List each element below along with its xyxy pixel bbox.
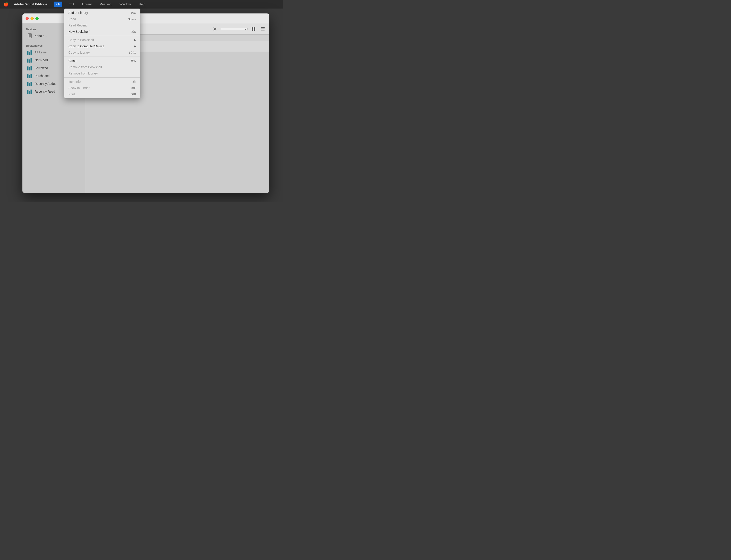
file-dropdown-menu[interactable]: Add to Library ⌘O Read Space Read Recent… — [64, 9, 140, 98]
menubar: 🍎 Adobe Digital Editions File Edit Libra… — [0, 0, 283, 9]
copy-to-bookshelf-arrow: ▶ — [134, 39, 136, 42]
maximize-button[interactable] — [35, 17, 39, 20]
menu-section-1: Add to Library ⌘O Read Space Read Recent… — [64, 9, 140, 36]
list-view-button[interactable] — [259, 25, 267, 33]
read-label: Read — [68, 17, 76, 21]
svg-rect-9 — [261, 28, 265, 29]
menu-add-to-library[interactable]: Add to Library ⌘O — [64, 10, 140, 16]
menu-edit[interactable]: Edit — [67, 2, 76, 7]
apple-menu[interactable]: 🍎 — [4, 2, 9, 7]
menu-close[interactable]: Close ⌘W — [64, 58, 140, 64]
menu-section-2: Copy to Bookshelf ▶ Copy to Computer/Dev… — [64, 36, 140, 57]
menu-library[interactable]: Library — [80, 2, 94, 7]
settings-gear-button[interactable] — [211, 25, 219, 33]
svg-rect-6 — [252, 29, 253, 31]
app-name: Adobe Digital Editions — [14, 2, 47, 6]
sidebar-item-kobo-label: Kobo e... — [35, 34, 47, 38]
device-icon — [27, 33, 32, 38]
menu-window[interactable]: Window — [118, 2, 133, 7]
new-bookshelf-shortcut: ⌘N — [131, 30, 136, 33]
book-stack-icon-borrowed — [27, 66, 32, 70]
sidebar-item-purchased-label: Purchased — [35, 74, 50, 78]
read-shortcut: Space — [128, 18, 136, 21]
item-info-label: Item Info — [68, 80, 81, 83]
copy-to-computer-label: Copy to Computer/Device — [68, 44, 104, 48]
close-label: Close — [68, 59, 77, 63]
close-button[interactable] — [26, 17, 29, 20]
minimize-button[interactable] — [31, 17, 34, 20]
menu-copy-to-bookshelf[interactable]: Copy to Bookshelf ▶ — [64, 37, 140, 43]
book-stack-icon-all — [27, 50, 32, 55]
app-window: Devices Kobo e... Bookshelves — [22, 13, 269, 193]
svg-rect-10 — [261, 30, 265, 31]
menu-section-3: Close ⌘W Remove from Bookshelf Remove fr… — [64, 57, 140, 78]
sidebar-item-recently-added-label: Recently Added — [35, 82, 57, 85]
copy-to-library-label: Copy to Library — [68, 51, 90, 54]
menu-item-info[interactable]: Item Info ⌘I — [64, 79, 140, 85]
sort-dropdown[interactable]: ▾ — [221, 28, 248, 30]
remove-from-library-label: Remove from Library — [68, 72, 98, 75]
show-in-finder-label: Show In Finder — [68, 86, 90, 90]
svg-rect-8 — [261, 27, 265, 28]
svg-point-2 — [30, 37, 30, 38]
menu-copy-to-library[interactable]: Copy to Library ⇧⌘O — [64, 49, 140, 56]
svg-rect-4 — [252, 27, 253, 29]
remove-from-bookshelf-label: Remove from Bookshelf — [68, 65, 102, 69]
copy-to-bookshelf-label: Copy to Bookshelf — [68, 38, 94, 42]
svg-rect-7 — [254, 29, 255, 31]
svg-rect-5 — [254, 27, 255, 29]
new-bookshelf-label: New Bookshelf — [68, 30, 89, 33]
print-shortcut: ⌘P — [131, 93, 136, 96]
menu-remove-from-bookshelf[interactable]: Remove from Bookshelf — [64, 64, 140, 70]
item-info-shortcut: ⌘I — [132, 80, 136, 83]
read-recent-label: Read Recent — [68, 24, 87, 27]
window-body: Devices Kobo e... Bookshelves — [22, 23, 269, 193]
copy-to-computer-arrow: ▶ — [134, 45, 136, 48]
add-to-library-shortcut: ⌘O — [131, 11, 136, 15]
svg-rect-1 — [29, 34, 31, 37]
menu-section-4: Item Info ⌘I Show In Finder ⌘E Print... … — [64, 78, 140, 98]
sidebar-item-all-items-label: All Items — [35, 50, 47, 54]
menu-show-in-finder[interactable]: Show In Finder ⌘E — [64, 85, 140, 91]
book-stack-icon-recently-added — [27, 81, 32, 86]
book-stack-icon-recently-read — [27, 89, 32, 94]
show-in-finder-shortcut: ⌘E — [131, 86, 136, 90]
sidebar-item-borrowed-label: Borrowed — [35, 66, 48, 70]
menu-read[interactable]: Read Space — [64, 16, 140, 22]
svg-point-3 — [214, 28, 216, 30]
copy-to-library-shortcut: ⇧⌘O — [129, 51, 136, 54]
close-shortcut: ⌘W — [131, 59, 136, 63]
menu-print[interactable]: Print... ⌘P — [64, 91, 140, 97]
window-titlebar — [22, 13, 269, 23]
print-label: Print... — [68, 92, 77, 96]
sidebar-item-recently-read-label: Recently Read — [35, 90, 55, 93]
menu-copy-to-computer[interactable]: Copy to Computer/Device ▶ — [64, 43, 140, 49]
sidebar-item-not-read-label: Not Read — [35, 58, 48, 62]
book-stack-icon-notread — [27, 58, 32, 63]
traffic-lights — [26, 17, 39, 20]
menu-file[interactable]: File — [54, 2, 62, 7]
add-to-library-label: Add to Library — [68, 11, 88, 15]
grid-view-button[interactable] — [250, 25, 257, 33]
menu-help[interactable]: Help — [137, 2, 147, 7]
menu-new-bookshelf[interactable]: New Bookshelf ⌘N — [64, 28, 140, 35]
menu-reading[interactable]: Reading — [98, 2, 113, 7]
menu-remove-from-library[interactable]: Remove from Library — [64, 70, 140, 77]
menu-read-recent[interactable]: Read Recent — [64, 22, 140, 28]
dropdown-chevron-icon: ▾ — [245, 28, 246, 30]
book-stack-icon-purchased — [27, 73, 32, 78]
